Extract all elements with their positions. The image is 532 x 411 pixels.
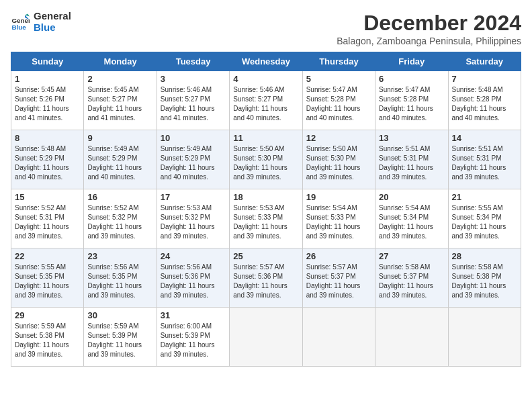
calendar-header: SundayMondayTuesdayWednesdayThursdayFrid… (11, 52, 521, 71)
day-info: Sunrise: 5:47 AMSunset: 5:28 PMDaylight:… (379, 85, 444, 123)
calendar-cell: 12Sunrise: 5:50 AMSunset: 5:30 PMDayligh… (302, 130, 375, 189)
calendar-cell: 30Sunrise: 5:59 AMSunset: 5:39 PMDayligh… (84, 308, 157, 367)
day-number: 21 (452, 192, 517, 202)
calendar-cell: 1Sunrise: 5:45 AMSunset: 5:26 PMDaylight… (11, 71, 84, 130)
calendar-week-1: 1Sunrise: 5:45 AMSunset: 5:26 PMDaylight… (11, 71, 521, 130)
day-info: Sunrise: 5:59 AMSunset: 5:39 PMDaylight:… (87, 322, 152, 359)
calendar-cell: 5Sunrise: 5:47 AMSunset: 5:28 PMDaylight… (302, 71, 375, 130)
day-number: 27 (379, 251, 444, 261)
day-number: 23 (87, 251, 152, 261)
calendar-cell: 23Sunrise: 5:56 AMSunset: 5:35 PMDayligh… (84, 248, 157, 308)
calendar-cell (448, 308, 521, 367)
day-info: Sunrise: 5:48 AMSunset: 5:28 PMDaylight:… (452, 85, 517, 123)
day-info: Sunrise: 5:53 AMSunset: 5:32 PMDaylight:… (161, 203, 226, 241)
weekday-header-sunday: Sunday (11, 52, 84, 71)
day-info: Sunrise: 5:52 AMSunset: 5:32 PMDaylight:… (87, 203, 152, 241)
weekday-header-saturday: Saturday (448, 52, 521, 71)
day-number: 17 (161, 192, 226, 202)
day-number: 26 (306, 251, 371, 261)
day-number: 8 (15, 133, 80, 143)
calendar-cell: 15Sunrise: 5:52 AMSunset: 5:31 PMDayligh… (11, 189, 84, 248)
day-info: Sunrise: 5:51 AMSunset: 5:31 PMDaylight:… (379, 144, 444, 182)
calendar-cell: 22Sunrise: 5:55 AMSunset: 5:35 PMDayligh… (11, 248, 84, 308)
day-number: 14 (452, 133, 517, 143)
day-info: Sunrise: 5:49 AMSunset: 5:29 PMDaylight:… (87, 144, 152, 182)
day-number: 5 (306, 74, 371, 84)
day-number: 15 (15, 192, 80, 202)
calendar-cell: 26Sunrise: 5:57 AMSunset: 5:37 PMDayligh… (302, 248, 375, 308)
day-number: 31 (161, 310, 226, 320)
day-info: Sunrise: 5:57 AMSunset: 5:36 PMDaylight:… (233, 263, 298, 300)
day-number: 19 (306, 192, 371, 202)
day-info: Sunrise: 5:58 AMSunset: 5:37 PMDaylight:… (379, 263, 444, 300)
day-number: 29 (15, 310, 80, 320)
logo-line1: General (34, 11, 71, 22)
day-number: 12 (306, 133, 371, 143)
calendar-cell: 31Sunrise: 6:00 AMSunset: 5:39 PMDayligh… (157, 308, 229, 367)
day-number: 25 (233, 251, 298, 261)
day-number: 3 (161, 74, 226, 84)
calendar-week-5: 29Sunrise: 5:59 AMSunset: 5:38 PMDayligh… (11, 308, 521, 367)
logo-icon: General Blue (11, 13, 30, 32)
day-info: Sunrise: 5:49 AMSunset: 5:29 PMDaylight:… (161, 144, 226, 182)
weekday-header-friday: Friday (375, 52, 448, 71)
day-info: Sunrise: 5:54 AMSunset: 5:34 PMDaylight:… (379, 203, 444, 241)
day-number: 6 (379, 74, 444, 84)
weekday-row: SundayMondayTuesdayWednesdayThursdayFrid… (11, 52, 521, 71)
calendar-cell (375, 308, 448, 367)
calendar-cell: 8Sunrise: 5:48 AMSunset: 5:29 PMDaylight… (11, 130, 84, 189)
calendar-cell: 24Sunrise: 5:56 AMSunset: 5:36 PMDayligh… (157, 248, 229, 308)
calendar-cell: 19Sunrise: 5:54 AMSunset: 5:33 PMDayligh… (302, 189, 375, 248)
calendar-cell: 7Sunrise: 5:48 AMSunset: 5:28 PMDaylight… (448, 71, 521, 130)
day-info: Sunrise: 5:46 AMSunset: 5:27 PMDaylight:… (233, 85, 298, 123)
calendar-cell: 6Sunrise: 5:47 AMSunset: 5:28 PMDaylight… (375, 71, 448, 130)
day-info: Sunrise: 5:54 AMSunset: 5:33 PMDaylight:… (306, 203, 371, 241)
calendar-cell: 11Sunrise: 5:50 AMSunset: 5:30 PMDayligh… (230, 130, 302, 189)
calendar-cell: 16Sunrise: 5:52 AMSunset: 5:32 PMDayligh… (84, 189, 157, 248)
calendar-cell: 3Sunrise: 5:46 AMSunset: 5:27 PMDaylight… (157, 71, 229, 130)
day-number: 1 (15, 74, 80, 84)
day-info: Sunrise: 5:51 AMSunset: 5:31 PMDaylight:… (452, 144, 517, 182)
title-block: December 2024 Balagon, Zamboanga Peninsu… (337, 11, 521, 46)
calendar-cell: 28Sunrise: 5:58 AMSunset: 5:38 PMDayligh… (448, 248, 521, 308)
day-info: Sunrise: 5:59 AMSunset: 5:38 PMDaylight:… (15, 322, 80, 359)
calendar-week-4: 22Sunrise: 5:55 AMSunset: 5:35 PMDayligh… (11, 248, 521, 308)
day-info: Sunrise: 5:50 AMSunset: 5:30 PMDaylight:… (233, 144, 298, 182)
day-info: Sunrise: 5:46 AMSunset: 5:27 PMDaylight:… (161, 85, 226, 123)
logo: General Blue General Blue (11, 11, 71, 33)
day-number: 28 (452, 251, 517, 261)
location: Balagon, Zamboanga Peninsula, Philippine… (337, 36, 521, 46)
calendar-cell: 2Sunrise: 5:45 AMSunset: 5:27 PMDaylight… (84, 71, 157, 130)
day-info: Sunrise: 5:48 AMSunset: 5:29 PMDaylight:… (15, 144, 80, 182)
calendar-cell: 10Sunrise: 5:49 AMSunset: 5:29 PMDayligh… (157, 130, 229, 189)
calendar-cell: 14Sunrise: 5:51 AMSunset: 5:31 PMDayligh… (448, 130, 521, 189)
calendar-cell: 9Sunrise: 5:49 AMSunset: 5:29 PMDaylight… (84, 130, 157, 189)
calendar-cell: 17Sunrise: 5:53 AMSunset: 5:32 PMDayligh… (157, 189, 229, 248)
calendar-cell: 27Sunrise: 5:58 AMSunset: 5:37 PMDayligh… (375, 248, 448, 308)
day-number: 22 (15, 251, 80, 261)
svg-text:Blue: Blue (11, 24, 26, 31)
calendar-cell: 21Sunrise: 5:55 AMSunset: 5:34 PMDayligh… (448, 189, 521, 248)
day-number: 24 (161, 251, 226, 261)
day-info: Sunrise: 5:56 AMSunset: 5:36 PMDaylight:… (161, 263, 226, 300)
calendar-week-3: 15Sunrise: 5:52 AMSunset: 5:31 PMDayligh… (11, 189, 521, 248)
day-number: 20 (379, 192, 444, 202)
calendar-cell: 13Sunrise: 5:51 AMSunset: 5:31 PMDayligh… (375, 130, 448, 189)
weekday-header-wednesday: Wednesday (230, 52, 302, 71)
day-number: 2 (87, 74, 152, 84)
day-info: Sunrise: 5:57 AMSunset: 5:37 PMDaylight:… (306, 263, 371, 300)
calendar-cell (230, 308, 302, 367)
day-info: Sunrise: 5:55 AMSunset: 5:34 PMDaylight:… (452, 203, 517, 241)
day-info: Sunrise: 5:45 AMSunset: 5:27 PMDaylight:… (87, 85, 152, 123)
day-number: 11 (233, 133, 298, 143)
day-info: Sunrise: 5:55 AMSunset: 5:35 PMDaylight:… (15, 263, 80, 300)
day-info: Sunrise: 5:52 AMSunset: 5:31 PMDaylight:… (15, 203, 80, 241)
day-info: Sunrise: 6:00 AMSunset: 5:39 PMDaylight:… (161, 322, 226, 359)
day-number: 16 (87, 192, 152, 202)
calendar-cell: 29Sunrise: 5:59 AMSunset: 5:38 PMDayligh… (11, 308, 84, 367)
day-info: Sunrise: 5:56 AMSunset: 5:35 PMDaylight:… (87, 263, 152, 300)
day-info: Sunrise: 5:47 AMSunset: 5:28 PMDaylight:… (306, 85, 371, 123)
day-info: Sunrise: 5:50 AMSunset: 5:30 PMDaylight:… (306, 144, 371, 182)
calendar-cell: 18Sunrise: 5:53 AMSunset: 5:33 PMDayligh… (230, 189, 302, 248)
day-info: Sunrise: 5:53 AMSunset: 5:33 PMDaylight:… (233, 203, 298, 241)
